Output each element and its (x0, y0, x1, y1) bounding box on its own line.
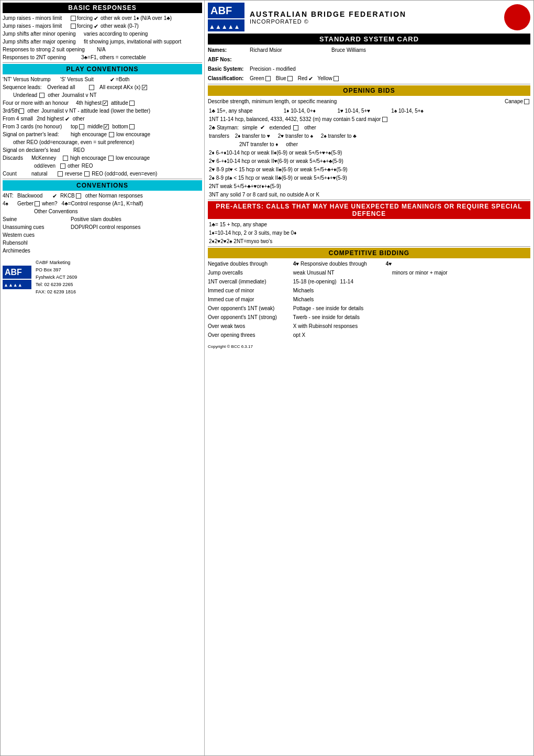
immed-cue-major-row: Immed cue of major Michaels (208, 295, 530, 303)
over-opp-1nt-weak-row: Over opponent's 1NT (weak) Pottage - see… (208, 304, 530, 312)
gerber-label: Gerber (17, 200, 34, 207)
bid-1c-row: 1♣ 15+, any shape 1♦ 10-14, 0+♦ 1♥ 10-14… (208, 107, 530, 115)
other-conv-label: Other Conventions (34, 208, 77, 215)
signal-partner-row: Signal on partner's lead: high encourage… (3, 131, 202, 138)
bid-1nt: 1NT 11-14 hcp, balanced, 4333, 4432, 533… (209, 116, 381, 122)
middle-from3-checkbox[interactable] (104, 124, 109, 129)
four-more-label: Four or more with an honour (3, 100, 76, 107)
unusual-nt-label: Unusual NT (307, 269, 391, 277)
from4-small-row: From 4 small 2nd highest ✔ other (3, 115, 202, 123)
fourth-highest-label: 4th highest (76, 100, 102, 107)
rkcb-checkbox[interactable] (76, 193, 81, 199)
discards-label: Discards (3, 155, 31, 162)
over-opening-threes-row: Over opening threes opt X (208, 331, 530, 339)
high-enc-checkbox[interactable] (63, 156, 68, 161)
unusual-nt-val: minors or minor + major (392, 270, 448, 276)
bottom-from3-checkbox[interactable] (129, 124, 135, 129)
basic-system-value: Precision - modified (250, 65, 296, 73)
oddeven-other-checkbox[interactable] (60, 163, 65, 169)
neg-doubles-row: Negative doubles through 4♥ Responsive d… (208, 260, 530, 268)
underlead-row: Underlead other Journalist v NT (3, 92, 202, 99)
transfer-2nt: 2NT transfer to ♦ (239, 141, 278, 147)
fourth-highest-checkbox[interactable] (103, 101, 108, 106)
nt-vs-row: 'NT' Versus Notrump 'S' Versus Suit ✔ =B… (3, 76, 202, 83)
pre2: 1♦=10-14 hcp, 2 or 3 suits, may be 0♦ (209, 230, 296, 236)
low-enc-checkbox[interactable] (108, 156, 114, 161)
resp-strong2-label: Responses to strong 2 suit opening (3, 46, 97, 53)
green-label: Green (250, 74, 264, 83)
jump-shifts-minor-row: Jump shifts after minor opening varies a… (3, 30, 202, 38)
4s-control-label: 4♣=Control response (A=1, K=half) (62, 200, 143, 207)
middle-from3-label: middle (87, 123, 103, 130)
third-fifth-checkbox[interactable] (19, 108, 24, 114)
third-fifth-label: 3rd/5th (3, 107, 19, 115)
yellow-checkbox[interactable] (333, 76, 339, 81)
blue-label: Blue (276, 74, 286, 83)
conventions-header: CONVENTIONS (3, 180, 202, 191)
natural-label: natural (31, 170, 58, 178)
s-versus-label: 'S' Versus Suit (60, 76, 110, 83)
red-check-icon: ✔ (308, 74, 313, 83)
bid-2c-extended-checkbox[interactable] (293, 125, 298, 130)
mckenney-label: McKenney (31, 155, 63, 162)
attitude-checkbox[interactable] (129, 101, 135, 106)
4s-label: 4♠ (3, 200, 17, 207)
reverse-checkbox[interactable] (58, 171, 63, 177)
footer-copyright: ©ABF Marketing (36, 259, 77, 266)
top-from3-checkbox[interactable] (79, 124, 84, 129)
immed-cue-minor-val: Michaels (293, 288, 314, 293)
over-weak-twos-val: X with Rubinsohl responses (293, 323, 358, 329)
over-opp-1nt-strong-label: Over opponent's 1NT (strong) (208, 313, 292, 321)
over-weak-twos-label: Over weak twos (208, 322, 292, 330)
low-enc-label: low encourage (116, 155, 150, 162)
sequence-leads-label: Sequence leads: (3, 84, 47, 91)
canape-checkbox[interactable] (524, 99, 529, 104)
bid-1s: 1♠ 10-14, 5+♠ (391, 107, 424, 115)
other-underlead-label: other (48, 92, 60, 99)
blue-checkbox[interactable] (287, 76, 293, 81)
jump-overcalls-label: Jump overcalls (208, 269, 292, 277)
right-divider3 (208, 246, 530, 247)
forcing-minors-checkbox[interactable] (71, 16, 76, 21)
forcing-majors-checkbox[interactable] (71, 24, 76, 29)
other-minors-label: other wk over 1♦ (N/A over 1♣) (101, 15, 172, 22)
bid-2nt: 2NT weak 5+/5+♣+♥or♦+♠(5-9) (209, 183, 281, 189)
immed-cue-major-label: Immed cue of major (208, 295, 292, 303)
footer-tel: Tel: 02 6239 2265 (36, 281, 77, 288)
overlead-all-checkbox[interactable] (89, 85, 94, 90)
bid-2s-row: 2♥ 8-9 pt♥ < 15 hcp or weak II♠(6-9) or … (208, 166, 530, 173)
high-enc-label: high encourage (70, 155, 106, 162)
resp-doubles-label: Responsive doubles through (301, 260, 384, 268)
bid-1nt-checkbox[interactable] (382, 117, 387, 122)
bid-2c-extended: extended (269, 125, 291, 130)
jump-raises-majors-row: Jump raises - majors limit forcing ✔ oth… (3, 23, 202, 30)
footer-area: ABF ▲▲▲▲ ©ABF Marketing PO Box 397 Fyshw… (3, 259, 202, 295)
left-column: BASIC RESPONSES Jump raises - minors lim… (1, 1, 205, 755)
play-conventions-header: PLAY CONVENTIONS (3, 64, 202, 74)
resp-2nt-value: 3♣=F1, others = correctable (81, 54, 146, 61)
abf-sub: INCORPORATED © (250, 18, 406, 25)
jump-shifts-major-row: Jump shifts after major opening fit show… (3, 38, 202, 46)
underlead-checkbox[interactable] (39, 93, 44, 98)
jump-raises-majors-label: Jump raises - majors limit (3, 23, 71, 30)
signal-partner-label: Signal on partner's lead: (3, 131, 71, 138)
low-encourage-partner-checkbox[interactable] (109, 132, 114, 137)
reo-oddeven-label: REO (odd=odd, even=even) (92, 170, 157, 178)
footer-text-block: ©ABF Marketing PO Box 397 Fyshwick ACT 2… (36, 259, 77, 295)
green-checkbox[interactable] (265, 76, 271, 81)
jump-raises-minors-label: Jump raises - minors limit (3, 15, 71, 22)
4nt-label: 4NT: (3, 192, 17, 200)
jump-shifts-minor-value: varies according to opening (84, 30, 148, 38)
right-divider2 (208, 200, 530, 200)
neg-doubles-val: 4♥ (293, 261, 299, 267)
reo-count-checkbox[interactable] (84, 171, 90, 177)
overlead-all-label: Overlead all (47, 84, 89, 91)
system-card-header: STANDARD SYSTEM CARD (208, 34, 530, 45)
over-opp-1nt-weak-label: Over opponent's 1NT (weak) (208, 304, 292, 312)
gerber-checkbox[interactable] (35, 201, 40, 206)
bid-2s2: 2♠ 8-9 pt♠ < 15 hcp or weak II♣(6-9) or … (209, 175, 347, 181)
pre1: 1♣= 15 + hcp, any shape (209, 222, 267, 227)
4s-row: 4♠ Gerber when? 4♣=Control response (A=1… (3, 200, 202, 207)
abf-logo-svg: ABF ▲▲▲▲ (3, 266, 31, 289)
all-except-checkbox[interactable] (142, 85, 147, 90)
